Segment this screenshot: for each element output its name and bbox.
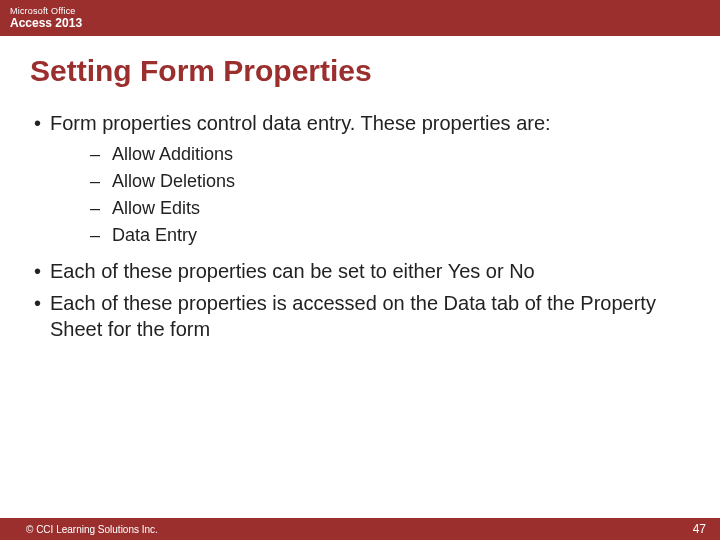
bullet-text: Form properties control data entry. Thes… <box>50 110 686 136</box>
bullet-item: • Form properties control data entry. Th… <box>34 110 686 136</box>
sub-bullet-list: – Allow Additions – Allow Deletions – Al… <box>90 142 686 248</box>
bullet-marker: • <box>34 258 50 284</box>
sub-bullet-marker: – <box>90 169 112 194</box>
sub-bullet-item: – Data Entry <box>90 223 686 248</box>
bullet-item: • Each of these properties is accessed o… <box>34 290 686 342</box>
sub-bullet-text: Allow Additions <box>112 142 233 167</box>
sub-bullet-text: Data Entry <box>112 223 197 248</box>
sub-bullet-marker: – <box>90 223 112 248</box>
header-band: Microsoft Office Access 2013 <box>0 0 720 36</box>
slide-title: Setting Form Properties <box>30 54 720 88</box>
sub-bullet-marker: – <box>90 196 112 221</box>
sub-bullet-item: – Allow Edits <box>90 196 686 221</box>
sub-bullet-marker: – <box>90 142 112 167</box>
slide: Microsoft Office Access 2013 Setting For… <box>0 0 720 540</box>
bullet-text: Each of these properties can be set to e… <box>50 258 686 284</box>
bullet-marker: • <box>34 110 50 136</box>
copyright-text: © CCI Learning Solutions Inc. <box>26 524 158 535</box>
sub-bullet-item: – Allow Additions <box>90 142 686 167</box>
slide-body: • Form properties control data entry. Th… <box>0 110 720 518</box>
brand-line: Microsoft Office <box>10 6 710 16</box>
product-line: Access 2013 <box>10 16 710 30</box>
footer-band: © CCI Learning Solutions Inc. 47 <box>0 518 720 540</box>
bullet-marker: • <box>34 290 50 316</box>
sub-bullet-text: Allow Edits <box>112 196 200 221</box>
bullet-text: Each of these properties is accessed on … <box>50 290 686 342</box>
sub-bullet-text: Allow Deletions <box>112 169 235 194</box>
page-number: 47 <box>693 522 706 536</box>
sub-bullet-item: – Allow Deletions <box>90 169 686 194</box>
bullet-item: • Each of these properties can be set to… <box>34 258 686 284</box>
